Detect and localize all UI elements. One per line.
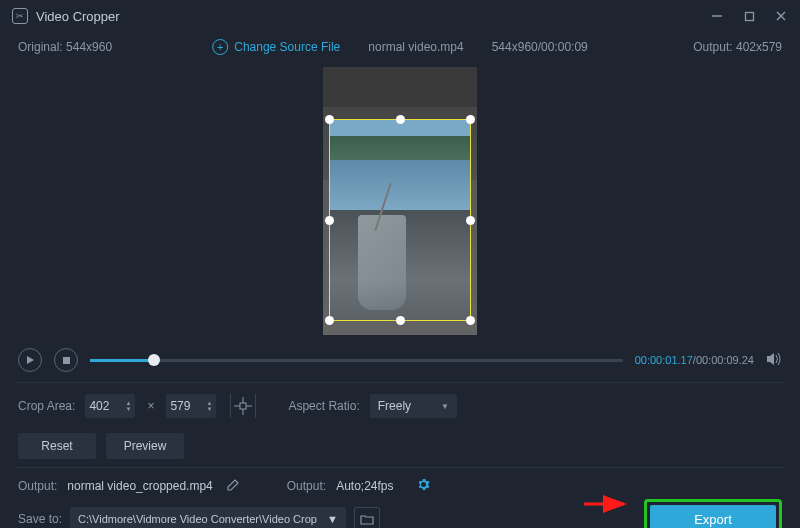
multiply-symbol: × <box>147 399 154 413</box>
app-title: Video Cropper <box>36 9 120 24</box>
output-settings-label: Output: <box>287 479 326 493</box>
crop-height-value: 579 <box>170 399 190 413</box>
save-path-select[interactable]: C:\Vidmore\Vidmore Video Converter\Video… <box>70 507 346 528</box>
maximize-button[interactable] <box>742 9 756 23</box>
timeline-thumb[interactable] <box>148 354 160 366</box>
dims-duration: 544x960/00:00:09 <box>492 40 588 54</box>
chevron-down-icon: ▼ <box>441 402 449 411</box>
crop-handle-tl[interactable] <box>325 115 334 124</box>
crop-handle-br[interactable] <box>466 316 475 325</box>
spinner-arrows[interactable]: ▲▼ <box>125 400 131 412</box>
infobar: Original: 544x960 + Change Source File n… <box>0 32 800 62</box>
play-button[interactable] <box>18 348 42 372</box>
edit-icon[interactable] <box>227 479 239 494</box>
total-time: 00:00:09.24 <box>696 354 754 366</box>
volume-icon[interactable] <box>766 352 782 369</box>
stop-button[interactable] <box>54 348 78 372</box>
change-source-label: Change Source File <box>234 40 340 54</box>
export-button[interactable]: Export <box>650 505 776 528</box>
svg-marker-4 <box>27 356 34 364</box>
time-display: 00:00:01.17/00:00:09.24 <box>635 354 754 366</box>
crop-handle-bm[interactable] <box>396 316 405 325</box>
spinner-arrows[interactable]: ▲▼ <box>206 400 212 412</box>
crop-handle-ml[interactable] <box>325 216 334 225</box>
timeline-slider[interactable] <box>90 359 623 362</box>
save-to-label: Save to: <box>18 512 62 526</box>
current-filename: normal video.mp4 <box>368 40 463 54</box>
output-settings-value: Auto;24fps <box>336 479 393 493</box>
save-path-value: C:\Vidmore\Vidmore Video Converter\Video… <box>78 513 317 525</box>
output-file-label: Output: <box>18 479 57 493</box>
save-row: Save to: C:\Vidmore\Vidmore Video Conver… <box>0 502 800 528</box>
output-filename: normal video_cropped.mp4 <box>67 479 212 493</box>
change-source-button[interactable]: + Change Source File <box>212 39 340 55</box>
output-dims: 402x579 <box>736 40 782 54</box>
svg-marker-6 <box>767 353 774 365</box>
crop-content <box>330 120 470 320</box>
gear-icon[interactable] <box>416 477 431 495</box>
svg-rect-5 <box>63 357 70 364</box>
crop-rectangle[interactable] <box>329 119 471 321</box>
titlebar: ✂ Video Cropper <box>0 0 800 32</box>
crop-handle-tr[interactable] <box>466 115 475 124</box>
preview-button[interactable]: Preview <box>106 433 184 459</box>
svg-rect-11 <box>240 403 246 409</box>
plus-circle-icon: + <box>212 39 228 55</box>
crop-area-label: Crop Area: <box>18 399 75 413</box>
app-icon: ✂ <box>12 8 28 24</box>
crop-width-input[interactable]: 402 ▲▼ <box>85 394 135 418</box>
crop-controls: Crop Area: 402 ▲▼ × 579 ▲▼ Aspect Ratio:… <box>0 385 800 427</box>
crop-handle-tm[interactable] <box>396 115 405 124</box>
aspect-ratio-value: Freely <box>378 399 411 413</box>
aspect-ratio-select[interactable]: Freely ▼ <box>370 394 457 418</box>
close-button[interactable] <box>774 9 788 23</box>
aspect-ratio-label: Aspect Ratio: <box>288 399 359 413</box>
original-dims: 544x960 <box>66 40 112 54</box>
current-time: 00:00:01.17 <box>635 354 693 366</box>
svg-rect-1 <box>745 12 753 20</box>
chevron-down-icon: ▼ <box>327 513 338 525</box>
reset-button[interactable]: Reset <box>18 433 96 459</box>
crop-handle-bl[interactable] <box>325 316 334 325</box>
open-folder-button[interactable] <box>354 507 380 528</box>
playback-bar: 00:00:01.17/00:00:09.24 <box>0 340 800 380</box>
original-label: Original: <box>18 40 63 54</box>
output-row: Output: normal video_cropped.mp4 Output:… <box>0 470 800 502</box>
crop-handle-mr[interactable] <box>466 216 475 225</box>
output-label: Output: <box>693 40 732 54</box>
center-crop-button[interactable] <box>230 394 256 418</box>
export-highlight: Export <box>644 499 782 528</box>
preview-area <box>0 62 800 340</box>
crop-width-value: 402 <box>89 399 109 413</box>
action-buttons-row: Reset Preview <box>0 427 800 465</box>
video-frame[interactable] <box>323 67 477 335</box>
crop-height-input[interactable]: 579 ▲▼ <box>166 394 216 418</box>
minimize-button[interactable] <box>710 9 724 23</box>
